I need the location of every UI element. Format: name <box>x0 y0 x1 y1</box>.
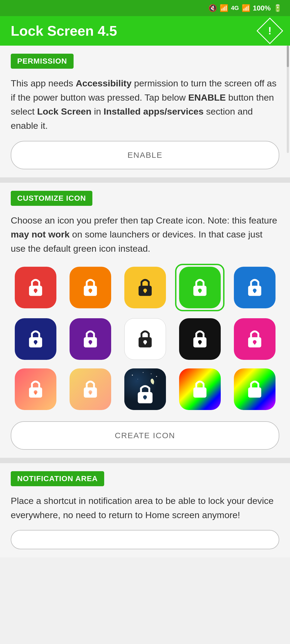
icon-bg-green <box>179 267 221 308</box>
main-content: PERMISSION This app needs Accessibility … <box>0 46 290 557</box>
lock-icon-4 <box>243 275 266 300</box>
lock-icon-12 <box>124 368 166 410</box>
battery-percent: 100% <box>253 4 271 12</box>
icon-item-purple[interactable] <box>66 317 115 361</box>
svg-rect-20 <box>89 342 91 345</box>
icon-item-black[interactable] <box>175 317 224 361</box>
icon-bg-yellow <box>124 267 166 308</box>
icon-bg-black <box>179 318 221 360</box>
icon-item-night[interactable] <box>120 367 170 412</box>
icon-item-rainbow2[interactable] <box>230 367 279 412</box>
svg-rect-17 <box>35 342 36 345</box>
svg-point-40 <box>137 379 138 379</box>
scrollbar-track <box>287 46 289 153</box>
lock-icon-10 <box>24 376 47 402</box>
lock-icon-2 <box>134 275 157 300</box>
notification-area-button[interactable] <box>11 530 279 549</box>
icon-bg-white <box>124 318 166 360</box>
lock-icon-7 <box>134 326 157 352</box>
icon-item-white[interactable] <box>120 317 170 361</box>
svg-rect-23 <box>144 342 146 345</box>
app-bar: Lock Screen 4.5 ! <box>0 16 290 46</box>
svg-rect-35 <box>89 392 91 395</box>
signal-icon: 📶 <box>242 4 250 12</box>
icon-item-blue[interactable] <box>230 264 279 311</box>
alert-icon[interactable]: ! <box>257 18 283 44</box>
enable-button[interactable]: ENABLE <box>11 141 279 169</box>
mute-icon: 🔇 <box>208 4 217 12</box>
icon-bg-purple <box>70 318 111 360</box>
svg-rect-47 <box>199 392 200 395</box>
icon-bg-red <box>15 267 56 308</box>
app-title: Lock Screen 4.5 <box>11 23 117 39</box>
icon-bg-gradient-red <box>15 368 56 410</box>
svg-rect-32 <box>35 392 36 395</box>
battery-icon: 🔋 <box>273 4 282 12</box>
icon-bg-rainbow2 <box>234 368 276 410</box>
icon-bg-orange <box>70 267 111 308</box>
icon-item-red[interactable] <box>11 264 60 311</box>
icon-item-pink[interactable] <box>230 317 279 361</box>
lock-icon-11 <box>79 376 102 402</box>
permission-badge: PERMISSION <box>11 54 74 69</box>
icon-bg-gradient-yellow <box>70 368 111 410</box>
divider-1 <box>0 177 290 183</box>
svg-rect-36 <box>124 368 166 410</box>
lock-icon-3 <box>189 275 211 300</box>
svg-rect-29 <box>254 342 255 345</box>
svg-point-39 <box>156 376 157 377</box>
svg-rect-11 <box>199 290 200 293</box>
permission-text: This app needs Accessibility permission … <box>11 76 279 133</box>
lock-icon-6 <box>79 326 102 352</box>
customize-icon-text: Choose an icon you prefer then tap Creat… <box>11 213 279 256</box>
notification-area-badge: NOTIFICATION AREA <box>11 471 104 486</box>
alert-icon-label: ! <box>268 25 272 37</box>
network-4g-icon: 4G <box>231 5 239 12</box>
status-bar: 🔇 📶 4G 📶 100% 🔋 <box>0 0 290 16</box>
customize-icon-section: CUSTOMIZE ICON Choose an icon you prefer… <box>0 183 290 458</box>
status-icons: 🔇 📶 4G 📶 100% 🔋 <box>208 4 282 12</box>
svg-rect-5 <box>89 290 91 293</box>
lock-icon-9 <box>243 326 266 352</box>
svg-rect-50 <box>254 392 255 395</box>
svg-rect-8 <box>144 290 146 293</box>
create-icon-button[interactable]: CREATE ICON <box>11 421 279 450</box>
scrollbar-thumb[interactable] <box>287 46 289 67</box>
svg-rect-44 <box>144 397 146 400</box>
wifi-icon: 📶 <box>220 4 228 12</box>
svg-point-41 <box>151 373 151 374</box>
icon-item-darkblue[interactable] <box>11 317 60 361</box>
divider-2 <box>0 458 290 463</box>
icon-bg-night <box>124 368 166 410</box>
lock-icon-0 <box>24 275 47 300</box>
icon-bg-pink <box>234 318 276 360</box>
notification-area-text: Place a shortcut in notification area to… <box>11 494 279 522</box>
customize-icon-badge: CUSTOMIZE ICON <box>11 191 92 206</box>
lock-icon-8 <box>189 326 211 352</box>
svg-rect-2 <box>35 290 36 293</box>
icon-bg-darkblue <box>15 318 56 360</box>
lock-icon-5 <box>24 326 47 352</box>
icon-item-rainbow1[interactable] <box>175 367 224 412</box>
icon-item-orange[interactable] <box>66 264 115 311</box>
icon-item-green[interactable] <box>175 264 224 311</box>
svg-rect-26 <box>199 342 200 345</box>
lock-icon-14 <box>243 376 266 402</box>
icon-bg-rainbow1 <box>179 368 221 410</box>
permission-section: PERMISSION This app needs Accessibility … <box>0 46 290 177</box>
icon-item-gradient-yellow[interactable] <box>66 367 115 412</box>
lock-icon-1 <box>79 275 102 300</box>
notification-area-section: NOTIFICATION AREA Place a shortcut in no… <box>0 463 290 557</box>
lock-icon-13 <box>189 376 211 402</box>
icon-item-yellow[interactable] <box>120 264 170 311</box>
svg-rect-14 <box>254 290 255 293</box>
svg-point-38 <box>143 372 143 373</box>
icon-grid <box>11 264 279 412</box>
icon-bg-blue <box>234 267 276 308</box>
icon-item-gradient-red[interactable] <box>11 367 60 412</box>
svg-point-37 <box>132 375 133 376</box>
